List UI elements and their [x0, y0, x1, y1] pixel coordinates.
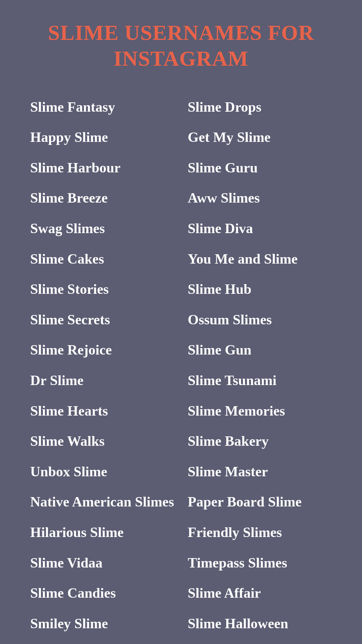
username-item: Slime Drops [181, 92, 342, 122]
username-item: Slime Guru [181, 153, 342, 183]
username-item: Slime Memories [181, 396, 342, 426]
username-item: Slime Stories [20, 274, 181, 305]
username-item: Slime Vidaa [20, 548, 181, 578]
username-item: Slime Diva [181, 213, 342, 244]
username-item: Slime Hub [181, 274, 342, 305]
username-item: Swag Slimes [20, 213, 181, 244]
username-item: Paper Board Slime [181, 487, 342, 517]
username-item: Hilarious Slime [20, 517, 181, 548]
username-item: Motive Slimes [181, 639, 342, 644]
username-item: Slime Hearts [20, 396, 181, 426]
username-item: Ossum Slimes [181, 305, 342, 335]
username-item: Aww Slimes [181, 183, 342, 213]
username-item: Slime Harbour [20, 153, 181, 183]
username-item: Slime Fantasy [20, 92, 181, 122]
username-item: Native American Slimes [20, 487, 181, 517]
username-item: Slime Breeze [20, 183, 181, 213]
username-item: Smiley Slime [20, 608, 181, 639]
username-item: Slime Rejoice [20, 335, 181, 365]
username-item: Friendly Slimes [181, 517, 342, 548]
username-item: Slime Tsunami [181, 365, 342, 396]
username-item: Slime Walks [20, 426, 181, 457]
username-grid: Slime FantasySlime DropsHappy SlimeGet M… [20, 92, 342, 644]
username-item: Dr Slime [20, 365, 181, 396]
username-item: Slime Broadcast [20, 639, 181, 644]
username-item: Slime Secrets [20, 305, 181, 335]
username-item: Slime Halloween [181, 608, 342, 639]
username-item: Slime Master [181, 457, 342, 487]
username-item: Happy Slime [20, 122, 181, 153]
username-item: Slime Affair [181, 578, 342, 608]
username-item: Slime Bakery [181, 426, 342, 457]
username-item: Slime Cakes [20, 244, 181, 274]
username-item: You Me and Slime [181, 244, 342, 274]
username-item: Unbox Slime [20, 457, 181, 487]
main-card: SLIME USERNAMES FOR INSTAGRAM Slime Fant… [0, 0, 362, 644]
page-title: SLIME USERNAMES FOR INSTAGRAM [20, 20, 342, 72]
username-item: Slime Gun [181, 335, 342, 365]
username-item: Slime Candies [20, 578, 181, 608]
username-item: Get My Slime [181, 122, 342, 153]
username-item: Timepass Slimes [181, 548, 342, 578]
